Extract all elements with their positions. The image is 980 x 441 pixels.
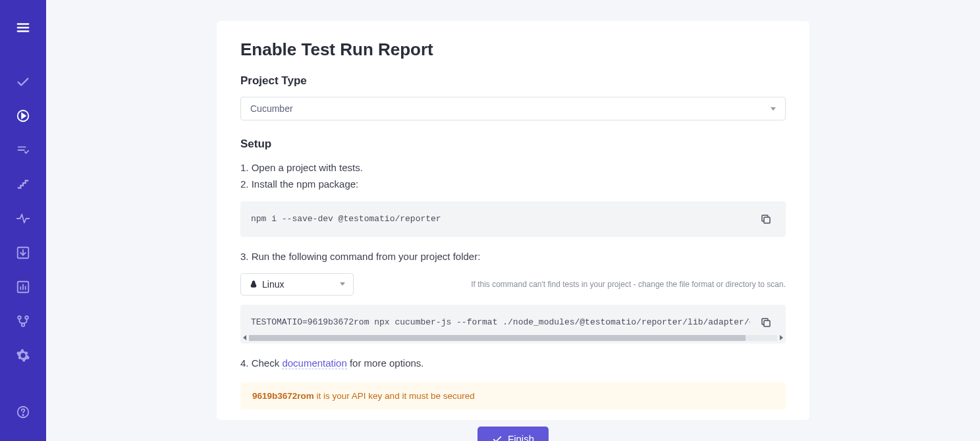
scroll-track[interactable] <box>249 335 777 341</box>
hamburger-icon[interactable] <box>10 14 36 41</box>
install-command-block: npm i --save-dev @testomatio/reporter <box>240 201 786 237</box>
finish-row: Finish <box>240 427 786 441</box>
step-2: 2. Install the npm package: <box>240 176 786 192</box>
svg-marker-4 <box>22 113 26 118</box>
copy-run-button[interactable] <box>757 313 775 332</box>
scan-hint: If this command can't find tests in your… <box>471 280 786 289</box>
step-3-wrap: 3. Run the following command from your p… <box>240 249 786 264</box>
project-type-select[interactable]: Cucumber <box>240 97 786 120</box>
svg-rect-18 <box>764 217 770 223</box>
svg-point-17 <box>22 415 23 415</box>
svg-rect-19 <box>764 321 770 326</box>
run-command-scrollbar[interactable] <box>240 334 786 344</box>
svg-point-14 <box>25 316 28 319</box>
branch-icon[interactable] <box>10 308 36 334</box>
project-type-label: Project Type <box>240 74 786 88</box>
step-4-wrap: 4. Check documentation for more options. <box>240 355 786 371</box>
linux-icon <box>249 280 258 289</box>
pulse-icon[interactable] <box>10 205 36 232</box>
chevron-down-icon <box>340 282 345 286</box>
step-4-suffix: for more options. <box>347 357 424 369</box>
step-1: 1. Open a project with tests. <box>240 160 786 175</box>
scroll-right-arrow[interactable] <box>780 335 783 340</box>
sidebar <box>0 0 46 441</box>
os-row: Linux If this command can't find tests i… <box>240 273 786 296</box>
os-select[interactable]: Linux <box>240 273 354 296</box>
install-command: npm i --save-dev @testomatio/reporter <box>251 214 750 224</box>
run-command: TESTOMATIO=9619b3672rom npx cucumber-js … <box>251 317 750 327</box>
check-icon[interactable] <box>10 68 36 95</box>
analytics-icon[interactable] <box>10 274 36 300</box>
chevron-down-icon <box>771 107 776 111</box>
page-title: Enable Test Run Report <box>240 39 786 60</box>
scroll-left-arrow[interactable] <box>243 335 246 340</box>
checklist-icon[interactable] <box>10 137 36 163</box>
svg-point-13 <box>18 316 21 319</box>
api-key-value: 9619b3672rom <box>252 391 314 401</box>
import-icon[interactable] <box>10 240 36 266</box>
steps-icon[interactable] <box>10 171 36 197</box>
scroll-thumb[interactable] <box>249 335 746 341</box>
finish-label: Finish <box>508 433 534 441</box>
setup-steps: 1. Open a project with tests. 2. Install… <box>240 160 786 192</box>
check-icon <box>492 434 503 442</box>
setup-label: Setup <box>240 138 786 151</box>
run-command-block: TESTOMATIO=9619b3672rom npx cucumber-js … <box>240 305 786 344</box>
api-key-text: it is your API key and it must be secure… <box>314 391 475 401</box>
os-value: Linux <box>262 279 284 290</box>
project-type-value: Cucumber <box>250 103 293 114</box>
gear-icon[interactable] <box>10 342 36 369</box>
documentation-link[interactable]: documentation <box>282 357 346 369</box>
play-circle-icon[interactable] <box>10 103 36 129</box>
finish-button[interactable]: Finish <box>477 427 549 441</box>
copy-install-button[interactable] <box>757 210 775 228</box>
step-3: 3. Run the following command from your p… <box>240 249 786 264</box>
step-4-prefix: 4. Check <box>240 357 282 369</box>
help-icon[interactable] <box>10 399 36 425</box>
main-content: Enable Test Run Report Project Type Cucu… <box>46 0 980 441</box>
api-key-alert: 9619b3672rom it is your API key and it m… <box>240 382 786 409</box>
setup-card: Enable Test Run Report Project Type Cucu… <box>217 21 809 420</box>
